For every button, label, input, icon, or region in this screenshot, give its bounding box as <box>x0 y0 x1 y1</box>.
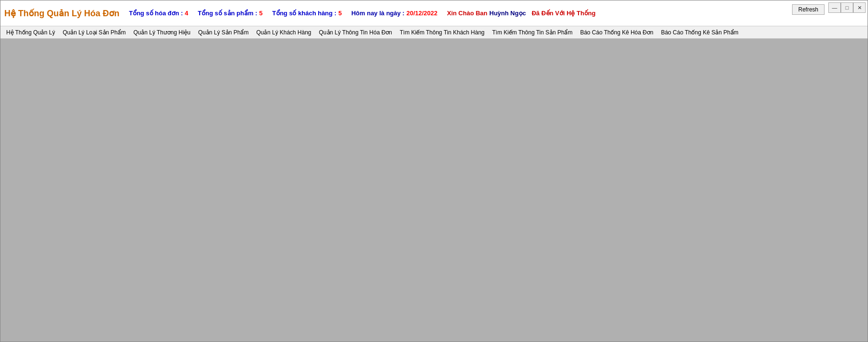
main-window: Hệ Thống Quản Lý Hóa Đơn Tổng số hóa đơn… <box>0 0 868 342</box>
menu-item-2[interactable]: Quản Lý Thương Hiệu <box>129 28 194 37</box>
products-label: Tổng số sản phẩm : <box>198 10 257 17</box>
menu-item-3[interactable]: Quản Lý Sản Phẩm <box>194 28 253 37</box>
welcome-section: Xin Chào Ban Huỳnh Ngọc Đã Đến Với Hệ Th… <box>447 10 596 17</box>
menu-item-1[interactable]: Quản Lý Loại Sản Phẩm <box>59 28 129 37</box>
greeting-text: Xin Chào Ban <box>447 10 488 17</box>
menu-item-4[interactable]: Quản Lý Khách Hàng <box>252 28 315 37</box>
customers-value: 5 <box>338 10 342 17</box>
menu-item-6[interactable]: Tìm Kiếm Thông Tin Khách Hàng <box>396 28 489 37</box>
menu-item-8[interactable]: Báo Cáo Thống Kê Hóa Đơn <box>576 28 657 37</box>
invoices-label: Tổng số hóa đơn : <box>129 10 183 17</box>
customers-label: Tổng số khách hàng : <box>272 10 336 17</box>
header-left: Hệ Thống Quản Lý Hóa Đơn Tổng số hóa đơn… <box>4 8 864 19</box>
minimize-button[interactable]: — <box>828 2 841 13</box>
products-value: 5 <box>259 10 263 17</box>
close-button[interactable]: ✕ <box>853 2 866 13</box>
app-title: Hệ Thống Quản Lý Hóa Đơn <box>4 8 119 19</box>
menu-item-0[interactable]: Hệ Thống Quản Lý <box>2 28 59 37</box>
customers-stat: Tổng số khách hàng : 5 <box>272 10 342 17</box>
date-value: 20/12/2022 <box>407 10 438 17</box>
menu-item-9[interactable]: Báo Cáo Thống Kê Sản Phẩm <box>657 28 742 37</box>
date-label: Hôm nay là ngày : <box>351 10 404 17</box>
invoices-stat: Tổng số hóa đơn : 4 <box>129 10 188 17</box>
username-text: Huỳnh Ngọc <box>489 10 526 17</box>
title-bar: Hệ Thống Quản Lý Hóa Đơn Tổng số hóa đơn… <box>0 0 868 26</box>
window-controls: — □ ✕ <box>828 2 866 13</box>
menu-bar: Hệ Thống Quản LýQuản Lý Loại Sản PhẩmQuả… <box>0 26 868 39</box>
invoices-value: 4 <box>185 10 188 17</box>
menu-item-5[interactable]: Quản Lý Thông Tin Hóa Đơn <box>315 28 396 37</box>
maximize-button[interactable]: □ <box>841 2 853 13</box>
date-section: Hôm nay là ngày : 20/12/2022 <box>351 10 437 17</box>
products-stat: Tổng số sản phẩm : 5 <box>198 10 263 17</box>
refresh-button[interactable]: Refresh <box>792 4 825 15</box>
arrived-text: Đã Đến Với Hệ Thống <box>532 10 596 17</box>
menu-item-7[interactable]: Tìm Kiếm Thông Tin Sản Phẩm <box>488 28 576 37</box>
main-content-area <box>0 39 868 342</box>
